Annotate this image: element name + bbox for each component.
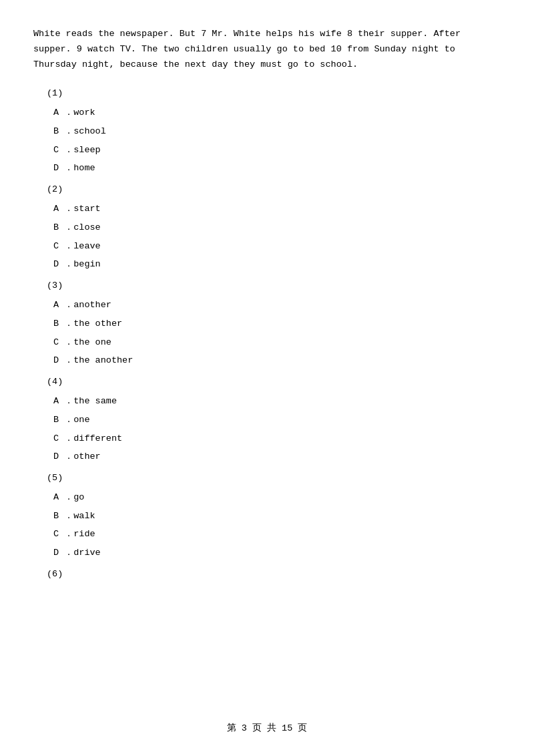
option-4-C[interactable]: C ．different <box>53 431 501 446</box>
question-group-5: (5)A ．goB ．walkC ．rideD ．drive <box>33 471 501 560</box>
option-2-A[interactable]: A ．start <box>53 202 501 216</box>
option-2-B[interactable]: B ．close <box>53 220 501 235</box>
option-2-C[interactable]: C ．leave <box>53 239 501 254</box>
option-3-D[interactable]: D ．the another <box>53 353 501 368</box>
option-5-C[interactable]: C ．ride <box>53 527 501 542</box>
option-2-D[interactable]: D ．begin <box>53 257 501 272</box>
question-number-3: (3) <box>47 278 501 293</box>
question-group-1: (1)A ．workB ．schoolC ．sleepD ．home <box>33 86 501 176</box>
option-5-A[interactable]: A ．go <box>53 490 501 505</box>
option-4-D[interactable]: D ．other <box>53 449 501 464</box>
question-number-6: (6) <box>47 567 501 582</box>
option-4-B[interactable]: B ．one <box>53 413 501 427</box>
page-footer: 第 3 页 共 15 页 <box>0 721 534 736</box>
question-number-2: (2) <box>47 182 501 197</box>
option-5-B[interactable]: B ．walk <box>53 509 501 524</box>
option-3-C[interactable]: C ．the one <box>53 335 501 350</box>
question-group-2: (2)A ．startB ．closeC ．leaveD ．begin <box>33 182 501 272</box>
question-number-1: (1) <box>47 86 501 101</box>
option-1-C[interactable]: C ．sleep <box>53 143 501 158</box>
option-3-B[interactable]: B ．the other <box>53 317 501 331</box>
passage-text: White reads the newspaper. But 7 Mr. Whi… <box>33 27 501 73</box>
option-1-B[interactable]: B ．school <box>53 124 501 139</box>
question-group-3: (3)A ．anotherB ．the otherC ．the oneD ．th… <box>33 278 501 368</box>
option-5-D[interactable]: D ．drive <box>53 546 501 560</box>
option-1-D[interactable]: D ．home <box>53 161 501 176</box>
question-number-4: (4) <box>47 375 501 389</box>
option-4-A[interactable]: A ．the same <box>53 394 501 409</box>
option-3-A[interactable]: A ．another <box>53 298 501 313</box>
question-group-6: (6) <box>33 567 501 582</box>
option-1-A[interactable]: A ．work <box>53 106 501 120</box>
questions-container: (1)A ．workB ．schoolC ．sleepD ．home(2)A ．… <box>33 86 501 581</box>
question-number-5: (5) <box>47 471 501 486</box>
question-group-4: (4)A ．the sameB ．oneC ．differentD ．other <box>33 375 501 464</box>
